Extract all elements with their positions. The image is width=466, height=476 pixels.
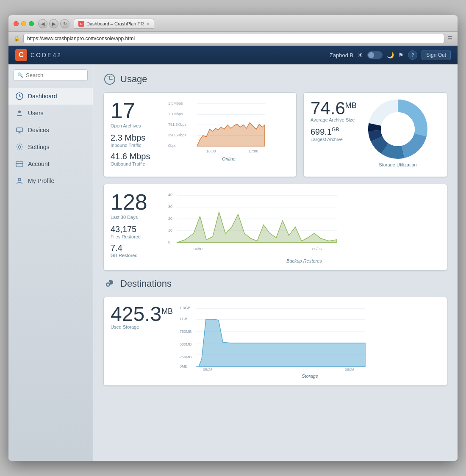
- storage-chart-label: Storage: [180, 374, 440, 379]
- svg-text:16:00: 16:00: [206, 149, 216, 153]
- files-restored-label: Files Restored: [111, 234, 161, 239]
- restores-card: 128 Last 30 Days 43,175 Files Restored 7…: [103, 184, 447, 271]
- minimize-window-button[interactable]: [21, 21, 26, 26]
- signout-button[interactable]: Sign Out: [422, 50, 451, 60]
- donut-chart: Storage Utilization: [368, 100, 427, 167]
- sidebar-label-devices: Devices: [28, 127, 49, 133]
- open-archives-value: 17: [111, 100, 161, 122]
- inbound-label: Inbound Traffic: [111, 143, 161, 148]
- my-profile-icon: [15, 177, 24, 185]
- svg-text:05/06: 05/06: [312, 247, 322, 251]
- forward-button[interactable]: ▶: [49, 19, 58, 28]
- destinations-stats: 425.3MB Used Storage: [111, 304, 173, 379]
- settings-icon: [15, 143, 24, 151]
- last30-label: Last 30 Days: [111, 215, 161, 220]
- settings-icon[interactable]: ☰: [448, 36, 452, 42]
- usage-title: Usage: [120, 74, 147, 85]
- donut-label: Storage Utilization: [379, 162, 416, 167]
- close-window-button[interactable]: [14, 21, 19, 26]
- storage-stats: 74.6MB Average Archive Size 699.1GB Larg…: [311, 100, 361, 167]
- url-bar[interactable]: https://www.crashplanpro.com/console/app…: [23, 34, 444, 43]
- sun-icon: ☀: [358, 52, 363, 58]
- largest-archive-value: 699.1: [311, 127, 332, 136]
- usage-cards-row: 17 Open Archives 2.3 Mbps Inbound Traffi…: [103, 92, 447, 177]
- usage-card: 17 Open Archives 2.3 Mbps Inbound Traffi…: [103, 92, 297, 177]
- sidebar-label-account: Account: [28, 161, 50, 167]
- svg-point-44: [107, 284, 109, 286]
- sidebar-label-users: Users: [28, 110, 44, 116]
- svg-text:250MB: 250MB: [180, 355, 192, 359]
- files-restored-value: 43,175: [111, 224, 161, 234]
- svg-text:750MB: 750MB: [180, 329, 192, 334]
- largest-archive-label: Largest Archive: [311, 137, 361, 142]
- search-input[interactable]: [26, 72, 84, 78]
- svg-text:04/07: 04/07: [194, 247, 203, 251]
- used-storage-unit: MB: [161, 307, 173, 315]
- outbound-value: 41.6 Mbps: [111, 151, 161, 161]
- account-icon: [15, 160, 24, 168]
- refresh-button[interactable]: ↻: [60, 19, 69, 28]
- logo-icon: C: [15, 49, 27, 61]
- sidebar-item-my-profile[interactable]: My Profile: [8, 172, 93, 189]
- svg-text:40: 40: [168, 193, 172, 197]
- main-layout: 🔍 Dashboard Users: [8, 64, 458, 461]
- svg-text:1.3GB: 1.3GB: [180, 306, 191, 310]
- top-navbar: C CODE42 Zaphod B ☀ 🌙 ⚑ ? Sign Out: [8, 46, 458, 64]
- theme-toggle[interactable]: [367, 51, 383, 59]
- restore-chart: 40 30 20 10 0: [168, 191, 440, 263]
- sidebar-item-settings[interactable]: Settings: [8, 138, 93, 155]
- sidebar-label-my-profile: My Profile: [28, 177, 54, 184]
- destinations-title: Destinations: [120, 278, 172, 289]
- destinations-section-title: Destinations: [103, 277, 447, 290]
- window-controls: [14, 21, 34, 26]
- svg-text:500MB: 500MB: [180, 342, 192, 346]
- svg-point-45: [109, 280, 111, 282]
- last30-value: 128: [111, 191, 161, 213]
- avg-archive-unit: MB: [345, 101, 357, 110]
- svg-rect-2: [17, 128, 22, 132]
- browser-tab[interactable]: C Dashboard – CrashPlan PR ✕: [74, 19, 154, 29]
- sidebar-item-devices[interactable]: Devices: [8, 122, 93, 138]
- sidebar-label-settings: Settings: [28, 144, 50, 150]
- destinations-card: 425.3MB Used Storage 1.3GB 1GB 750MB: [103, 297, 447, 386]
- svg-text:390.6Kbps: 390.6Kbps: [168, 133, 187, 137]
- avg-archive-value: 74.6: [311, 98, 345, 118]
- content-area: Usage 17 Open Archives 2.3 Mbps Inbound …: [93, 64, 458, 461]
- moon-icon: 🌙: [387, 52, 394, 58]
- lock-icon: 🔒: [14, 36, 20, 42]
- storage-chart: 1.3GB 1GB 750MB 500MB 250MB 0MB: [180, 304, 440, 379]
- app-container: C CODE42 Zaphod B ☀ 🌙 ⚑ ? Sign Out �: [8, 46, 458, 461]
- sidebar-item-dashboard[interactable]: Dashboard: [8, 88, 93, 105]
- usage-icon: [103, 73, 116, 86]
- svg-text:30: 30: [168, 205, 172, 209]
- restores-cards-row: 128 Last 30 Days 43,175 Files Restored 7…: [103, 184, 447, 271]
- svg-text:05/28: 05/28: [203, 368, 213, 372]
- svg-point-8: [18, 178, 21, 181]
- usage-chart-label: Online: [168, 156, 289, 161]
- back-button[interactable]: ◀: [38, 19, 47, 28]
- svg-text:17:00: 17:00: [249, 149, 258, 153]
- browser-titlebar: ◀ ▶ ↻ C Dashboard – CrashPlan PR ✕: [8, 15, 458, 32]
- largest-archive-unit: GB: [332, 127, 339, 133]
- dashboard-icon: [15, 92, 24, 100]
- toggle-knob: [368, 52, 374, 58]
- devices-icon: [15, 126, 24, 134]
- browser-addressbar: 🔒 https://www.crashplanpro.com/console/a…: [8, 32, 458, 46]
- svg-point-5: [18, 146, 21, 148]
- sidebar-label-dashboard: Dashboard: [28, 93, 57, 100]
- gb-restored-value: 7.4: [111, 243, 122, 252]
- logo-text: CODE42: [31, 52, 62, 58]
- sidebar: 🔍 Dashboard Users: [8, 64, 93, 461]
- used-storage-value: 425.3: [111, 303, 161, 325]
- svg-text:20: 20: [168, 216, 172, 221]
- search-box[interactable]: 🔍: [14, 69, 88, 81]
- sidebar-item-account[interactable]: Account: [8, 155, 93, 172]
- help-button[interactable]: ?: [408, 50, 417, 60]
- users-icon: [15, 109, 24, 117]
- svg-text:1GB: 1GB: [180, 317, 187, 321]
- svg-text:06/26: 06/26: [345, 368, 355, 372]
- tab-close-button[interactable]: ✕: [146, 22, 150, 26]
- sidebar-item-users[interactable]: Users: [8, 105, 93, 122]
- inbound-value: 2.3 Mbps: [111, 133, 161, 143]
- maximize-window-button[interactable]: [29, 21, 34, 26]
